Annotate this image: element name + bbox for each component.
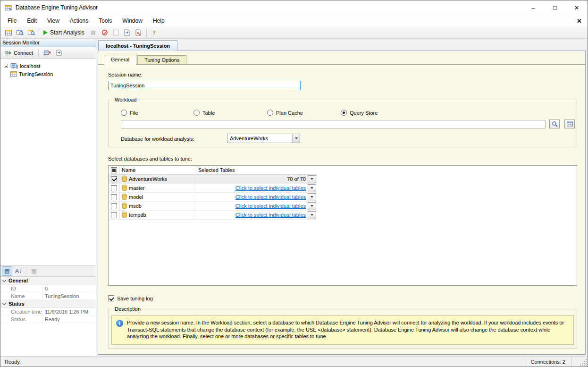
row-checkbox[interactable] bbox=[111, 203, 117, 209]
start-analysis-button[interactable]: Start Analysis bbox=[41, 27, 88, 38]
property-value: Ready bbox=[42, 316, 60, 322]
status-message: Ready. bbox=[5, 359, 21, 365]
database-icon bbox=[122, 194, 127, 201]
tab-general[interactable]: General bbox=[104, 55, 136, 65]
property-row-id[interactable]: ID 0 bbox=[0, 285, 96, 292]
property-row-creation-time[interactable]: Creation time 11/6/2016 1:26 PM bbox=[0, 308, 96, 316]
column-header-name[interactable]: Name bbox=[120, 166, 195, 174]
help-button[interactable]: ? bbox=[149, 27, 160, 38]
menu-actions[interactable]: Actions bbox=[65, 17, 93, 24]
row-checkbox[interactable] bbox=[111, 176, 117, 182]
tables-dropdown-button[interactable] bbox=[308, 193, 316, 201]
new-session-button[interactable] bbox=[3, 27, 14, 38]
status-bar-right: Connections: 2 bbox=[525, 357, 588, 367]
row-checkbox[interactable] bbox=[111, 185, 117, 191]
radio-file[interactable]: File bbox=[121, 110, 138, 116]
view-session-button[interactable] bbox=[25, 27, 37, 38]
sort-alphabetical-button[interactable]: A↓ bbox=[13, 266, 24, 276]
radio-query-store[interactable]: Query Store bbox=[341, 110, 378, 116]
document-tab[interactable]: localhost - TuningSession bbox=[98, 40, 177, 51]
property-row-status[interactable]: Status Ready bbox=[0, 316, 96, 323]
cancel-analysis-button[interactable] bbox=[99, 27, 110, 38]
tree-node-tuningsession[interactable]: TuningSession bbox=[0, 70, 96, 78]
select-tables-link[interactable]: Click to select individual tables bbox=[195, 212, 308, 218]
save-tuning-log-checkbox[interactable]: Save tuning log bbox=[108, 295, 153, 301]
radio-circle-icon bbox=[341, 110, 347, 116]
radio-plan-cache[interactable]: Plan Cache bbox=[267, 110, 303, 116]
radio-table[interactable]: Table bbox=[193, 110, 215, 116]
menu-window[interactable]: Window bbox=[117, 17, 148, 24]
open-session-button[interactable] bbox=[14, 27, 25, 38]
dropdown-button[interactable] bbox=[292, 134, 300, 143]
select-all-checkbox[interactable] bbox=[111, 167, 117, 173]
close-button[interactable]: ✕ bbox=[566, 0, 588, 15]
property-label: Creation time bbox=[0, 308, 42, 315]
tables-dropdown-button[interactable] bbox=[308, 211, 316, 219]
table-row[interactable]: master Click to select individual tables bbox=[109, 184, 317, 193]
checkbox-icon bbox=[108, 295, 114, 301]
binoculars-icon bbox=[552, 121, 558, 127]
delete-session-button[interactable] bbox=[54, 49, 64, 57]
table-row[interactable]: msdb Click to select individual tables bbox=[109, 202, 317, 211]
tables-dropdown-button[interactable] bbox=[308, 202, 316, 210]
status-pane-empty bbox=[571, 357, 578, 367]
chevron-down-icon bbox=[311, 178, 313, 180]
property-group-label: General bbox=[8, 278, 28, 283]
row-checkbox[interactable] bbox=[111, 212, 117, 218]
toolbar-separator bbox=[26, 267, 26, 275]
row-checkbox[interactable] bbox=[111, 194, 117, 200]
workload-database-dropdown[interactable]: AdventureWorks bbox=[227, 134, 300, 143]
disconnect-button[interactable] bbox=[42, 49, 53, 57]
minimize-button[interactable]: – bbox=[522, 0, 544, 15]
export-results-button[interactable] bbox=[133, 27, 144, 38]
import-workload-icon bbox=[124, 29, 130, 36]
menu-tools[interactable]: Tools bbox=[93, 17, 117, 24]
property-row-name[interactable]: Name TuningSession bbox=[0, 292, 96, 300]
apply-recommendations-button bbox=[110, 27, 122, 38]
menu-file[interactable]: File bbox=[2, 17, 22, 24]
browse-file-button[interactable] bbox=[549, 119, 560, 128]
tree-node-label: TuningSession bbox=[19, 71, 53, 77]
property-group-status[interactable]: Status bbox=[0, 300, 96, 308]
database-icon bbox=[122, 212, 127, 219]
tab-tuning-options[interactable]: Tuning Options bbox=[137, 55, 186, 64]
select-tables-link[interactable]: Click to select individual tables bbox=[195, 185, 308, 191]
connect-label: Connect bbox=[14, 50, 33, 56]
workload-groupbox-label: Workload bbox=[113, 97, 138, 102]
property-group-general[interactable]: General bbox=[0, 277, 96, 285]
description-panel: i Provide a new session name. In the Wor… bbox=[111, 315, 574, 345]
table-row[interactable]: AdventureWorks 70 of 70 bbox=[109, 175, 317, 184]
column-header-selected-tables[interactable]: Selected Tables bbox=[195, 166, 317, 174]
workload-file-input[interactable] bbox=[121, 120, 546, 128]
session-name-input[interactable] bbox=[108, 81, 301, 90]
select-tables-link[interactable]: Click to select individual tables bbox=[195, 203, 308, 209]
import-workload-button[interactable] bbox=[122, 27, 133, 38]
categorize-button[interactable]: ▤ bbox=[2, 266, 12, 276]
tree-node-localhost[interactable]: localhost bbox=[0, 62, 96, 70]
session-name-label: Session name: bbox=[108, 72, 143, 77]
save-tuning-log-label: Save tuning log bbox=[117, 296, 153, 301]
tables-dropdown-button[interactable] bbox=[308, 184, 316, 192]
browse-table-button[interactable] bbox=[564, 119, 575, 128]
document-close-icon[interactable]: ✕ bbox=[577, 17, 582, 25]
cancel-analysis-icon bbox=[102, 30, 108, 35]
table-row[interactable]: model Click to select individual tables bbox=[109, 193, 317, 202]
select-tables-link[interactable]: Click to select individual tables bbox=[195, 194, 308, 200]
stop-analysis-button bbox=[88, 27, 99, 38]
tables-dropdown-button[interactable] bbox=[308, 175, 316, 183]
resize-grip-icon[interactable] bbox=[580, 358, 587, 366]
property-value: 11/6/2016 1:26 PM bbox=[42, 309, 88, 315]
radio-label: File bbox=[130, 110, 138, 116]
menu-edit[interactable]: Edit bbox=[22, 17, 42, 24]
chevron-down-icon bbox=[311, 196, 313, 198]
table-row[interactable]: tempdb Click to select individual tables bbox=[109, 211, 317, 220]
collapse-icon[interactable] bbox=[4, 64, 8, 68]
toolbar-separator bbox=[38, 49, 39, 57]
menu-view[interactable]: View bbox=[42, 17, 65, 24]
menu-help[interactable]: Help bbox=[148, 17, 170, 24]
start-analysis-icon bbox=[43, 30, 48, 35]
maximize-button[interactable]: □ bbox=[544, 0, 566, 15]
connect-button[interactable]: Connect bbox=[3, 49, 35, 57]
info-icon: i bbox=[116, 320, 123, 327]
window-title: Database Engine Tuning Advisor bbox=[16, 4, 98, 11]
